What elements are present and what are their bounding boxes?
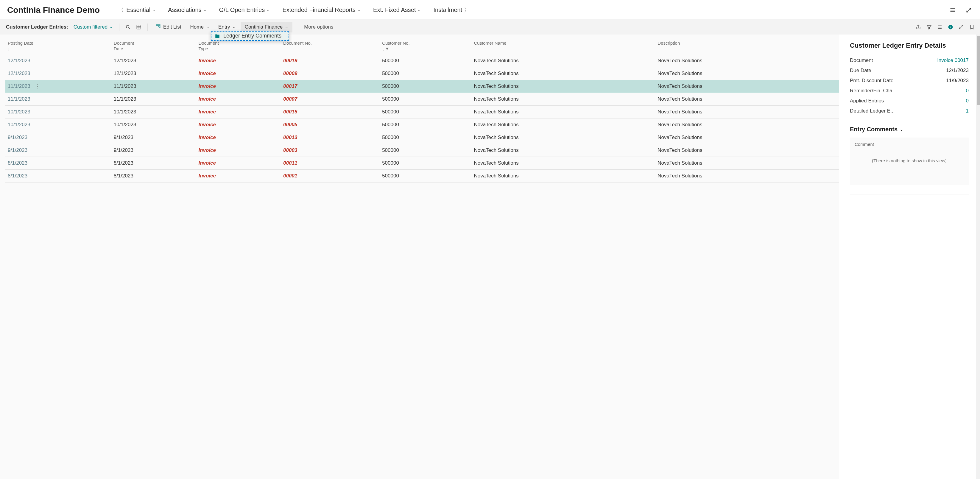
ledger-grid[interactable]: Posting Date ↓ Document Date Document Ty…: [0, 35, 839, 479]
share-icon[interactable]: [913, 22, 923, 32]
col-customer-no[interactable]: Customer No. ↓: [380, 38, 471, 54]
search-icon[interactable]: [123, 22, 133, 32]
info-icon[interactable]: i: [945, 22, 956, 32]
document-type-link[interactable]: Invoice: [198, 160, 216, 166]
edit-list-button[interactable]: Edit List: [151, 21, 185, 33]
separator: [940, 6, 940, 14]
customer-no[interactable]: 500000: [382, 122, 399, 127]
bookmark-icon[interactable]: [967, 22, 977, 32]
document-no-link[interactable]: 00015: [283, 109, 297, 115]
document-no-link[interactable]: 00007: [283, 96, 297, 102]
entry-comments-header[interactable]: Entry Comments ⌄: [850, 126, 969, 133]
nav-ext-fixed-asset[interactable]: Ext. Fixed Asset ⌄: [369, 4, 424, 16]
document-no-link[interactable]: 00013: [283, 135, 297, 140]
scrollbar[interactable]: [976, 35, 980, 479]
document-type-link[interactable]: Invoice: [198, 173, 216, 178]
menu-icon[interactable]: [947, 5, 958, 16]
scrollbar-thumb[interactable]: [977, 36, 980, 105]
document-no-link[interactable]: 00009: [283, 70, 297, 76]
detail-applied: Applied Entries 0: [850, 96, 969, 106]
document-type-link[interactable]: Invoice: [198, 122, 216, 127]
nav-label: Extended Financial Reports: [282, 6, 356, 13]
document-type-link[interactable]: Invoice: [198, 147, 216, 153]
document-no-link[interactable]: 00003: [283, 147, 297, 153]
posting-date-link[interactable]: 9/1/2023: [8, 135, 27, 140]
col-description[interactable]: Description: [655, 38, 839, 54]
posting-date-link[interactable]: 8/1/2023: [8, 160, 27, 166]
nav-installment[interactable]: Installment 〉: [430, 3, 474, 16]
document-type-link[interactable]: Invoice: [198, 83, 216, 89]
customer-no[interactable]: 500000: [382, 96, 399, 102]
document-date: 11/1/2023: [111, 93, 196, 106]
document-no-link[interactable]: 00011: [283, 160, 297, 166]
filter-icon[interactable]: [924, 22, 934, 32]
table-row[interactable]: 8/1/20238/1/2023Invoice00011500000NovaTe…: [5, 157, 839, 170]
document-no-link[interactable]: 00017: [283, 83, 297, 89]
chevron-down-icon: ⌄: [204, 8, 207, 12]
document-type-link[interactable]: Invoice: [198, 96, 216, 102]
ledger-entry-comments-menuitem[interactable]: Ledger Entry Comments: [211, 31, 289, 41]
table-row[interactable]: 10/1/202310/1/2023Invoice00015500000Nova…: [5, 106, 839, 118]
nav-gl-open-entries[interactable]: G/L Open Entries ⌄: [216, 4, 274, 16]
list-icon[interactable]: [935, 22, 945, 32]
nav-essential[interactable]: 〈 Essential ⌄: [115, 3, 159, 16]
document-type-link[interactable]: Invoice: [198, 58, 216, 64]
expand-window-icon[interactable]: [963, 5, 974, 16]
customer-no[interactable]: 500000: [382, 109, 399, 115]
table-row[interactable]: 11/1/2023⋮11/1/2023Invoice00017500000Nov…: [5, 80, 839, 93]
customer-no[interactable]: 500000: [382, 173, 399, 178]
svg-point-0: [126, 25, 129, 28]
table-row[interactable]: 12/1/202312/1/2023Invoice00009500000Nova…: [5, 67, 839, 80]
document-type-link[interactable]: Invoice: [198, 70, 216, 76]
button-label: Home: [190, 24, 204, 30]
list-view-icon[interactable]: [134, 22, 144, 32]
nav-label: Installment: [433, 6, 462, 13]
document-link[interactable]: Invoice 00017: [937, 57, 969, 64]
table-row[interactable]: 9/1/20239/1/2023Invoice00013500000NovaTe…: [5, 131, 839, 144]
more-options-button[interactable]: More options: [300, 22, 337, 32]
posting-date-link[interactable]: 11/1/2023: [8, 83, 30, 89]
customer-no[interactable]: 500000: [382, 147, 399, 153]
popout-icon[interactable]: [956, 22, 966, 32]
description: NovaTech Solutions: [655, 131, 839, 144]
table-row[interactable]: 12/1/202312/1/2023Invoice00019500000Nova…: [5, 54, 839, 67]
customer-no[interactable]: 500000: [382, 160, 399, 166]
reminder-count-link[interactable]: 0: [966, 88, 969, 94]
table-row[interactable]: 11/1/202311/1/2023Invoice00007500000Nova…: [5, 93, 839, 106]
nav-associations[interactable]: Associations ⌄: [164, 4, 210, 16]
document-no-link[interactable]: 00005: [283, 122, 297, 127]
col-posting-date[interactable]: Posting Date ↓: [5, 38, 111, 54]
customer-no[interactable]: 500000: [382, 70, 399, 76]
posting-date-link[interactable]: 10/1/2023: [8, 109, 30, 115]
posting-date-link[interactable]: 9/1/2023: [8, 147, 27, 153]
filter-state-dropdown[interactable]: Custom filtered ⌄: [71, 22, 116, 32]
app-header: Continia Finance Demo 〈 Essential ⌄ Asso…: [0, 0, 980, 19]
col-document-no[interactable]: Document No.: [281, 38, 380, 54]
document-no-link[interactable]: 00001: [283, 173, 297, 178]
svg-rect-5: [215, 35, 220, 38]
chevron-down-icon: ⌄: [232, 25, 236, 29]
table-row[interactable]: 9/1/20239/1/2023Invoice00003500000NovaTe…: [5, 144, 839, 157]
document-no-link[interactable]: 00019: [283, 58, 297, 64]
posting-date-link[interactable]: 10/1/2023: [8, 122, 30, 127]
document-type-link[interactable]: Invoice: [198, 109, 216, 115]
customer-no[interactable]: 500000: [382, 58, 399, 64]
posting-date-link[interactable]: 8/1/2023: [8, 173, 27, 178]
posting-date-link[interactable]: 12/1/2023: [8, 58, 30, 64]
table-row[interactable]: 8/1/20238/1/2023Invoice00001500000NovaTe…: [5, 170, 839, 183]
home-menu[interactable]: Home ⌄: [186, 22, 213, 32]
col-document-date[interactable]: Document Date: [111, 38, 196, 54]
detailed-count-link[interactable]: 1: [966, 108, 969, 114]
posting-date-link[interactable]: 11/1/2023: [8, 96, 30, 102]
document-type-link[interactable]: Invoice: [198, 135, 216, 140]
nav-extended-reports[interactable]: Extended Financial Reports ⌄: [279, 4, 364, 16]
customer-no[interactable]: 500000: [382, 135, 399, 140]
row-more-icon[interactable]: ⋮: [30, 83, 40, 89]
separator: [296, 24, 296, 31]
col-customer-name[interactable]: Customer Name: [472, 38, 655, 54]
posting-date-link[interactable]: 12/1/2023: [8, 70, 30, 76]
description: NovaTech Solutions: [655, 80, 839, 93]
customer-no[interactable]: 500000: [382, 83, 399, 89]
applied-count-link[interactable]: 0: [966, 98, 969, 104]
table-row[interactable]: 10/1/202310/1/2023Invoice00005500000Nova…: [5, 118, 839, 131]
